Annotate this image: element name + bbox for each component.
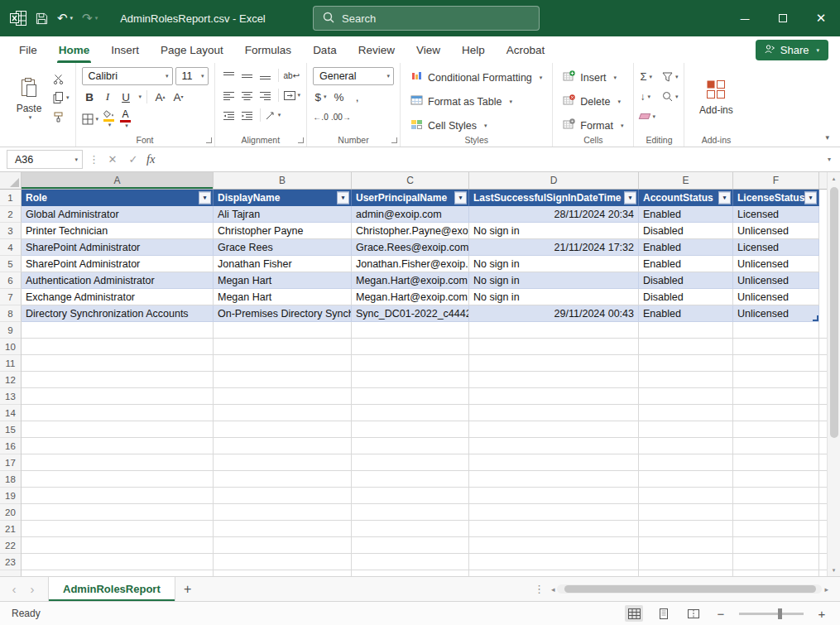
cut-button[interactable]	[53, 71, 70, 86]
ribbon-tab-data[interactable]: Data	[302, 36, 348, 63]
row-header[interactable]: 19	[0, 488, 21, 504]
row-header[interactable]: 2	[0, 206, 22, 223]
cell-license-status[interactable]: Unlicensed	[733, 272, 819, 289]
ribbon-tab-review[interactable]: Review	[348, 36, 406, 63]
cell-last-sign-in[interactable]: 28/11/2024 20:34	[469, 206, 639, 223]
row-header[interactable]: 10	[0, 339, 21, 355]
cell-upn[interactable]: Christopher.Payne@exoip.com	[352, 223, 469, 239]
sheet-nav-left-arrow[interactable]: ‹	[5, 583, 23, 595]
ribbon-tab-formulas[interactable]: Formulas	[234, 36, 302, 63]
cell-styles-button[interactable]: Cell Styles ▾	[406, 115, 546, 136]
autosum-button[interactable]: Σ▾	[640, 68, 655, 85]
cell-license-status[interactable]: Licensed	[733, 206, 819, 223]
row-header[interactable]: 8	[0, 305, 22, 322]
font-name-select[interactable]: Calibri▾	[82, 67, 173, 85]
header-cell-lastsignin[interactable]: LastSuccessfulSignInDateTime▾	[469, 190, 639, 206]
tab-strip-resize-dots[interactable]: ⋮	[534, 583, 545, 595]
cell-role[interactable]: SharePoint Administrator	[22, 239, 214, 256]
number-format-select[interactable]: General▾	[313, 67, 394, 85]
filter-button-displayname[interactable]: ▾	[337, 191, 349, 204]
cell-display-name[interactable]: Ali Tajran	[214, 206, 352, 223]
increase-indent-button[interactable]	[239, 107, 255, 123]
header-cell-licensestatus[interactable]: LicenseStatus▾	[733, 190, 819, 206]
cell-last-sign-in[interactable]: No sign in	[469, 223, 639, 239]
column-header-f[interactable]: F	[733, 172, 819, 189]
sort-filter-button[interactable]: ▾	[662, 68, 679, 85]
delete-cells-button[interactable]: Delete ▾	[559, 91, 627, 112]
cell-last-sign-in[interactable]: No sign in	[469, 289, 639, 305]
row-header[interactable]: 12	[0, 372, 21, 388]
column-header-a[interactable]: A	[22, 172, 214, 189]
cell-last-sign-in[interactable]: 21/11/2024 17:32	[469, 239, 639, 256]
close-button[interactable]: ✕	[802, 0, 840, 36]
cell-account-status[interactable]: Enabled	[639, 206, 733, 223]
column-header-d[interactable]: D	[469, 172, 639, 189]
merge-center-button[interactable]: ▾	[284, 87, 301, 103]
cell-role[interactable]: Authentication Administrator	[22, 272, 214, 289]
cell-account-status[interactable]: Disabled	[639, 223, 733, 239]
cell-license-status[interactable]: Unlicensed	[733, 289, 819, 305]
table-resize-handle[interactable]	[813, 315, 818, 321]
row-header[interactable]: 13	[0, 388, 21, 405]
ribbon-tab-view[interactable]: View	[406, 36, 451, 63]
cell-display-name[interactable]: On-Premises Directory Synchronization Se…	[214, 305, 352, 322]
cell-last-sign-in[interactable]: 29/11/2024 00:43	[469, 305, 639, 322]
cell-display-name[interactable]: Megan Hart	[214, 272, 352, 289]
scroll-up-arrow[interactable]: ▴	[828, 172, 840, 185]
ribbon-tab-page-layout[interactable]: Page Layout	[150, 36, 234, 63]
cell-role[interactable]: Directory Synchronization Accounts	[22, 305, 214, 322]
page-break-view-button[interactable]	[684, 605, 703, 622]
percent-style-button[interactable]: %	[331, 89, 347, 105]
ribbon-tab-insert[interactable]: Insert	[100, 36, 150, 63]
add-ins-button[interactable]: Add-ins	[690, 67, 742, 128]
row-header[interactable]: 9	[0, 322, 21, 339]
new-sheet-button[interactable]: +	[175, 577, 200, 601]
minimize-button[interactable]: ─	[726, 0, 764, 36]
cell-account-status[interactable]: Enabled	[639, 239, 733, 256]
scroll-down-arrow[interactable]: ▾	[828, 564, 840, 576]
row-header[interactable]: 16	[0, 438, 21, 454]
column-header-b[interactable]: B	[214, 172, 352, 189]
ribbon-tab-home[interactable]: Home	[48, 36, 101, 63]
wrap-text-button[interactable]: ab↩	[284, 67, 300, 84]
cell-account-status[interactable]: Enabled	[639, 256, 733, 272]
zoom-slider[interactable]	[739, 613, 804, 615]
search-box[interactable]: Search	[313, 6, 540, 31]
row-header[interactable]: 11	[0, 355, 21, 372]
filter-button-upn[interactable]: ▾	[454, 191, 467, 204]
enter-entry-button[interactable]: ✓	[126, 153, 141, 166]
cell-upn[interactable]: Megan.Hart@exoip.com	[352, 289, 469, 305]
ribbon-tab-help[interactable]: Help	[451, 36, 496, 63]
italic-button[interactable]: I	[100, 89, 116, 105]
cell-display-name[interactable]: Megan Hart	[214, 289, 352, 305]
row-header[interactable]: 4	[0, 239, 22, 256]
top-align-button[interactable]	[221, 67, 237, 84]
header-cell-accountstatus[interactable]: AccountStatus▾	[639, 190, 733, 206]
row-header[interactable]: 18	[0, 471, 21, 488]
excel-app-icon[interactable]	[10, 11, 26, 26]
cell-account-status[interactable]: Disabled	[639, 289, 733, 305]
increase-decimal-button[interactable]: ←.0	[313, 108, 329, 125]
middle-align-button[interactable]	[239, 67, 255, 84]
header-cell-role[interactable]: Role▾	[22, 190, 214, 206]
select-all-button[interactable]	[0, 172, 22, 189]
fill-color-button[interactable]: ▾	[101, 109, 116, 128]
cell-display-name[interactable]: Christopher Payne	[214, 223, 352, 239]
header-cell-displayname[interactable]: DisplayName▾	[214, 190, 352, 206]
column-header-c[interactable]: C	[352, 172, 469, 189]
decrease-indent-button[interactable]	[221, 107, 237, 123]
share-button[interactable]: Share ▾	[756, 40, 828, 60]
horizontal-scroll-track[interactable]	[557, 584, 822, 594]
format-as-table-button[interactable]: Format as Table ▾	[406, 91, 546, 112]
scroll-left-arrow[interactable]: ◂	[551, 585, 555, 594]
ribbon-tab-acrobat[interactable]: Acrobat	[496, 36, 556, 63]
vertical-scrollbar[interactable]: ▴ ▾	[827, 172, 840, 576]
row-header[interactable]: 3	[0, 223, 22, 239]
decrease-decimal-button[interactable]: .00→	[331, 108, 351, 125]
comma-style-button[interactable]: ,	[349, 89, 365, 105]
cell-display-name[interactable]: Grace Rees	[214, 239, 352, 256]
cell-role[interactable]: SharePoint Administrator	[22, 256, 214, 272]
decrease-font-size-button[interactable]: A▾	[170, 89, 186, 105]
cell-upn[interactable]: admin@exoip.com	[352, 206, 469, 223]
normal-view-button[interactable]	[625, 605, 643, 622]
